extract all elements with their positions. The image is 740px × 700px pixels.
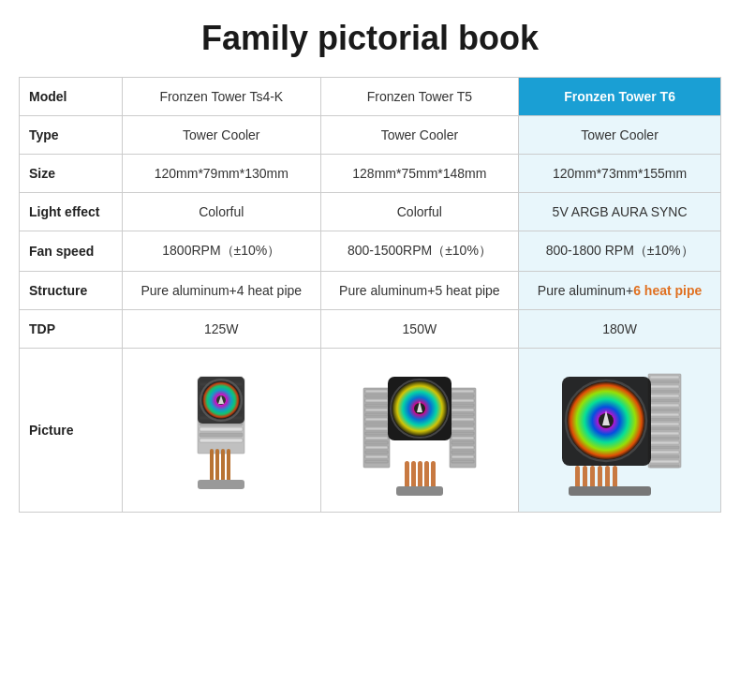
svg-rect-39 [365,455,388,458]
label-light-effect: Light effect [20,193,123,231]
svg-rect-56 [451,460,474,463]
svg-rect-76 [650,409,679,411]
tdp-col1: 125W [123,310,321,349]
structure-col1-prefix: Pure aluminum+ [141,283,236,298]
fan-col2: 800-1500RPM（±10%） [320,231,519,272]
svg-rect-25 [365,390,388,393]
picture-col3 [519,349,721,513]
svg-rect-54 [451,451,474,454]
header-model: Model [20,78,123,116]
label-size: Size [20,155,123,193]
svg-rect-28 [365,404,388,407]
svg-rect-22 [198,480,244,489]
svg-rect-75 [650,404,679,407]
svg-rect-44 [451,404,474,407]
svg-rect-53 [451,446,474,449]
svg-rect-30 [365,413,388,416]
svg-rect-88 [650,465,679,468]
tdp-col2: 150W [320,310,519,349]
table-row: Size 120mm*79mm*130mm 128mm*75mm*148mm 1… [20,155,721,193]
structure-col3-prefix: Pure aluminum+ [538,283,633,298]
label-fan-speed: Fan speed [20,231,123,272]
picture-col1 [123,349,321,513]
svg-rect-36 [365,441,388,444]
svg-rect-69 [650,376,679,379]
label-structure: Structure [20,272,123,310]
structure-col2-heat: 5 heat pipe [435,283,499,298]
type-col2: Tower Cooler [320,116,519,155]
page-title: Family pictorial book [201,19,539,58]
svg-rect-100 [569,486,651,496]
light-col3: 5V ARGB AURA SYNC [519,193,721,231]
picture-col2 [320,349,519,513]
svg-rect-11 [200,433,243,437]
svg-rect-51 [451,437,474,439]
svg-rect-33 [365,427,388,430]
svg-rect-38 [365,451,388,454]
label-picture: Picture [20,349,123,513]
structure-col2: Pure aluminum+5 heat pipe [320,272,519,310]
svg-rect-82 [650,437,679,439]
type-col1: Tower Cooler [123,116,321,155]
svg-rect-55 [451,455,474,458]
structure-col1-heat: 4 heat pipe [237,283,302,298]
table-row: Fan speed 1800RPM（±10%） 800-1500RPM（±10%… [20,231,721,272]
tdp-col3: 180W [519,310,721,349]
light-col1: Colorful [123,193,321,231]
svg-rect-12 [200,439,243,442]
svg-rect-35 [365,437,388,439]
header-col3: Fronzen Tower T6 [519,78,721,116]
fan-col1: 1800RPM（±10%） [123,231,321,272]
svg-rect-47 [451,418,474,421]
cooler-2-svg [345,360,495,500]
cooler-1-svg [146,360,296,500]
svg-rect-72 [650,390,679,393]
size-col2: 128mm*75mm*148mm [320,155,519,193]
svg-rect-43 [451,399,474,402]
picture-row: Picture [20,349,721,513]
header-col2: Fronzen Tower T5 [320,78,519,116]
svg-rect-81 [650,432,679,435]
svg-rect-45 [451,409,474,411]
svg-rect-84 [650,446,679,449]
svg-rect-27 [365,399,388,402]
svg-rect-10 [200,427,243,431]
table-row: Light effect Colorful Colorful 5V ARGB A… [20,193,721,231]
cooler-3-svg [545,360,695,500]
svg-rect-77 [650,413,679,416]
svg-rect-86 [650,455,679,458]
structure-col3-heat: 6 heat pipe [633,283,702,298]
fan-col3: 800-1800 RPM（±10%） [519,231,721,272]
size-col3: 120mm*73mm*155mm [519,155,721,193]
structure-col3: Pure aluminum+6 heat pipe [519,272,721,310]
svg-rect-74 [650,399,679,402]
svg-rect-50 [451,432,474,435]
header-col1: Fronzen Tower Ts4-K [123,78,321,116]
svg-rect-37 [365,446,388,449]
light-col2: Colorful [320,193,519,231]
label-tdp: TDP [20,310,123,349]
svg-rect-87 [650,460,679,463]
svg-rect-26 [365,395,388,397]
svg-rect-83 [650,441,679,444]
svg-rect-71 [650,385,679,388]
svg-rect-70 [650,380,679,383]
svg-rect-32 [365,423,388,425]
svg-rect-42 [451,395,474,397]
svg-rect-41 [451,390,474,393]
svg-rect-46 [451,413,474,416]
structure-col2-prefix: Pure aluminum+ [339,283,435,298]
svg-rect-31 [365,418,388,421]
svg-rect-78 [650,418,679,421]
svg-rect-80 [650,427,679,430]
size-col1: 120mm*79mm*130mm [123,155,321,193]
svg-rect-29 [365,409,388,411]
svg-rect-79 [650,423,679,425]
table-row: TDP 125W 150W 180W [20,310,721,349]
svg-rect-40 [365,460,388,463]
comparison-table: Model Fronzen Tower Ts4-K Fronzen Tower … [19,77,721,513]
svg-rect-67 [396,486,443,496]
table-row: Type Tower Cooler Tower Cooler Tower Coo… [20,116,721,155]
svg-rect-49 [451,427,474,430]
svg-rect-48 [451,423,474,425]
